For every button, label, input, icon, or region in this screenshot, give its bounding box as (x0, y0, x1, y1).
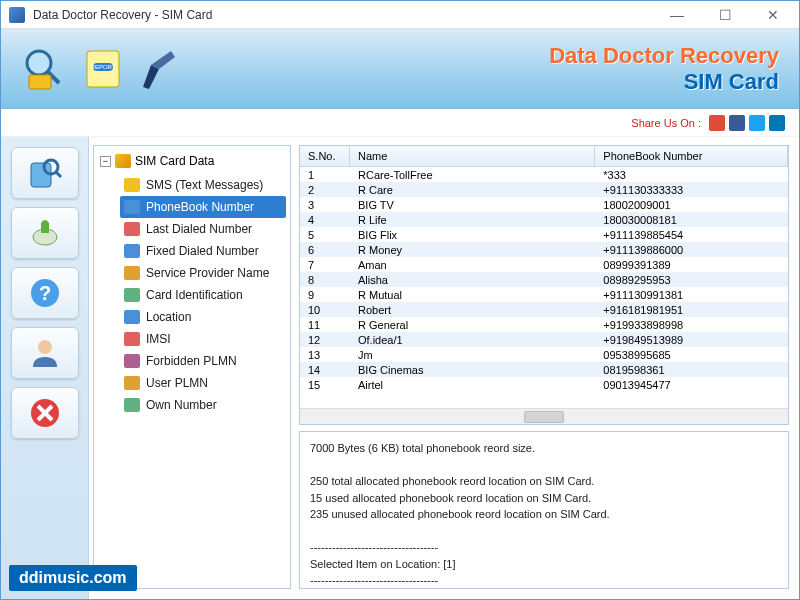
sim-data-tree[interactable]: − SIM Card Data SMS (Text Messages)Phone… (93, 145, 291, 589)
app-icon (9, 7, 25, 23)
details-selected: Selected Item on Location: [1] (310, 558, 456, 570)
cell-sno: 6 (300, 242, 350, 257)
main-container: ? − SIM Card Data SMS (Text Messages)Pho… (1, 137, 799, 599)
horizontal-scrollbar[interactable] (300, 408, 788, 424)
cell-number: 09013945477 (595, 377, 788, 392)
table-row[interactable]: 7Aman08999391389 (300, 257, 788, 272)
cell-name: R Life (350, 212, 595, 227)
table-row[interactable]: 11R General+919933898998 (300, 317, 788, 332)
tree-item[interactable]: Forbidden PLMN (120, 350, 286, 372)
tree-item[interactable]: Fixed Dialed Number (120, 240, 286, 262)
save-export-button[interactable] (11, 207, 79, 259)
share-label: Share Us On : (631, 117, 701, 129)
svg-rect-6 (31, 163, 51, 187)
table-row[interactable]: 12Of.idea/1+919849513989 (300, 332, 788, 347)
grid-body[interactable]: 1RCare-TollFree*3332R Care+9111303333333… (300, 167, 788, 408)
tree-item[interactable]: Service Provider Name (120, 262, 286, 284)
facebook-icon[interactable] (729, 115, 745, 131)
cell-number: *333 (595, 167, 788, 182)
cell-name: BIG TV (350, 197, 595, 212)
col-number[interactable]: PhoneBook Number (595, 146, 788, 166)
col-sno[interactable]: S.No. (300, 146, 350, 166)
cell-name: BIG Cinemas (350, 362, 595, 377)
table-row[interactable]: 9R Mutual+911130991381 (300, 287, 788, 302)
share-icon[interactable] (769, 115, 785, 131)
tree-item-label: Last Dialed Number (146, 222, 252, 236)
cell-sno: 2 (300, 182, 350, 197)
share-bar: Share Us On : (1, 109, 799, 137)
cell-number: +919849513989 (595, 332, 788, 347)
report-note-icon: REPORT (79, 45, 127, 93)
tree-item[interactable]: IMSI (120, 328, 286, 350)
tree-item[interactable]: User PLMN (120, 372, 286, 394)
col-name[interactable]: Name (350, 146, 595, 166)
table-row[interactable]: 1RCare-TollFree*333 (300, 167, 788, 182)
cell-name: R Money (350, 242, 595, 257)
watermark: ddimusic.com (9, 565, 137, 591)
close-button[interactable]: ✕ (755, 5, 791, 25)
details-line4: 235 unused allocated phonebook reord loc… (310, 508, 610, 520)
table-row[interactable]: 14BIG Cinemas0819598361 (300, 362, 788, 377)
tree-item[interactable]: PhoneBook Number (120, 196, 286, 218)
details-pane: 7000 Bytes (6 KB) total phonebook reord … (299, 431, 789, 589)
table-row[interactable]: 13Jm09538995685 (300, 347, 788, 362)
cell-sno: 5 (300, 227, 350, 242)
pen-icon (137, 45, 185, 93)
magnifier-sim-icon (21, 45, 69, 93)
scan-sim-button[interactable] (11, 147, 79, 199)
scroll-thumb[interactable] (524, 411, 564, 423)
tree-item-icon (124, 376, 140, 390)
svg-text:REPORT: REPORT (91, 64, 116, 70)
table-row[interactable]: 3BIG TV18002009001 (300, 197, 788, 212)
table-row[interactable]: 5BIG Flix+911139885454 (300, 227, 788, 242)
table-row[interactable]: 15Airtel09013945477 (300, 377, 788, 392)
user-profile-button[interactable] (11, 327, 79, 379)
tree-root[interactable]: − SIM Card Data (98, 152, 286, 170)
tree-item-label: PhoneBook Number (146, 200, 254, 214)
tree-item-label: Forbidden PLMN (146, 354, 237, 368)
cell-name: R General (350, 317, 595, 332)
tree-item[interactable]: Last Dialed Number (120, 218, 286, 240)
table-row[interactable]: 10Robert+916181981951 (300, 302, 788, 317)
table-row[interactable]: 6R Money+911139886000 (300, 242, 788, 257)
googleplus-icon[interactable] (709, 115, 725, 131)
phonebook-grid: S.No. Name PhoneBook Number 1RCare-TollF… (299, 145, 789, 425)
cell-sno: 4 (300, 212, 350, 227)
details-line3: 15 used allocated phonebook reord locati… (310, 492, 591, 504)
banner-title-1: Data Doctor Recovery (549, 43, 779, 69)
table-row[interactable]: 2R Care+911130333333 (300, 182, 788, 197)
cell-name: Aman (350, 257, 595, 272)
cell-sno: 14 (300, 362, 350, 377)
tree-item[interactable]: Location (120, 306, 286, 328)
svg-point-0 (27, 51, 51, 75)
tree-item[interactable]: Own Number (120, 394, 286, 416)
tree-item[interactable]: SMS (Text Messages) (120, 174, 286, 196)
cell-sno: 9 (300, 287, 350, 302)
tree-item-label: SMS (Text Messages) (146, 178, 263, 192)
tree-item-label: User PLMN (146, 376, 208, 390)
svg-point-12 (38, 340, 52, 354)
minimize-button[interactable]: — (659, 5, 695, 25)
cell-sno: 8 (300, 272, 350, 287)
banner-titles: Data Doctor Recovery SIM Card (549, 43, 779, 95)
cell-number: +919933898998 (595, 317, 788, 332)
banner: REPORT Data Doctor Recovery SIM Card (1, 29, 799, 109)
tree-item[interactable]: Card Identification (120, 284, 286, 306)
tree-item-icon (124, 244, 140, 258)
help-button[interactable]: ? (11, 267, 79, 319)
table-row[interactable]: 8Alisha08989295953 (300, 272, 788, 287)
cell-name: Alisha (350, 272, 595, 287)
table-row[interactable]: 4R Life180030008181 (300, 212, 788, 227)
tree-item-icon (124, 288, 140, 302)
tree-item-icon (124, 200, 140, 214)
tree-item-label: Own Number (146, 398, 217, 412)
tree-item-icon (124, 310, 140, 324)
cell-number: 18002009001 (595, 197, 788, 212)
cell-name: Jm (350, 347, 595, 362)
collapse-icon[interactable]: − (100, 156, 111, 167)
cell-number: 09538995685 (595, 347, 788, 362)
maximize-button[interactable]: ☐ (707, 5, 743, 25)
cell-number: 08999391389 (595, 257, 788, 272)
cancel-close-button[interactable] (11, 387, 79, 439)
twitter-icon[interactable] (749, 115, 765, 131)
